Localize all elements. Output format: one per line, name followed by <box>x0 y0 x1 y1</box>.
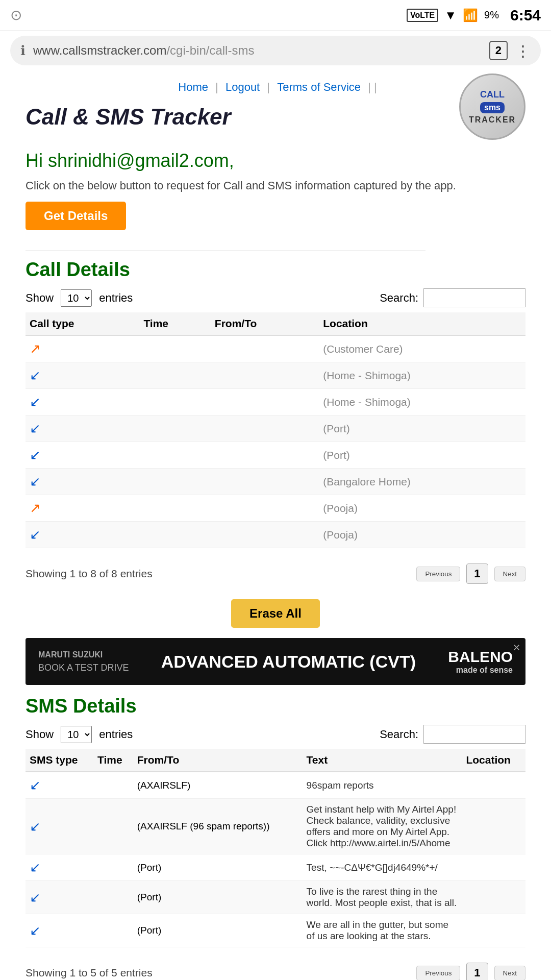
sms-type-cell: ↙ <box>26 854 93 881</box>
sms-location-cell <box>462 914 525 947</box>
terms-link[interactable]: Terms of Service <box>277 81 361 93</box>
call-type-cell: ↙ <box>26 415 139 442</box>
call-fromto-cell <box>211 389 319 415</box>
call-location-cell: (Bangalore Home) <box>319 469 525 495</box>
sms-in-icon: ↙ <box>30 860 41 875</box>
sms-search-input[interactable] <box>423 725 525 744</box>
call-time-cell <box>139 389 210 415</box>
signal-icon: ⊙ <box>10 7 22 23</box>
sms-time-cell <box>93 799 133 854</box>
app-logo: CALL sms TRACKER <box>459 74 525 140</box>
table-row: ↗ (Pooja) <box>26 495 525 522</box>
call-prev-button[interactable]: Previous <box>416 567 460 581</box>
get-details-button[interactable]: Get Details <box>26 202 126 230</box>
sms-col-type: SMS type <box>26 749 93 772</box>
table-row: ↙ (Port) To live is the rarest thing in … <box>26 881 525 914</box>
call-col-location: Location <box>319 312 525 335</box>
call-time-cell <box>139 442 210 469</box>
call-type-cell: ↙ <box>26 469 139 495</box>
sms-next-button[interactable]: Next <box>494 966 525 981</box>
call-fromto-cell <box>211 522 319 548</box>
sms-text-cell: Test, ~~-CΔΨ€*G[]dj4649%*+/ <box>303 854 462 881</box>
sms-search-box[interactable]: Search: <box>380 725 525 744</box>
ad-banner: MARUTI SUZUKI BOOK A TEST DRIVE ADVANCED… <box>26 638 525 685</box>
browser-menu-icon[interactable]: ⋮ <box>515 42 531 60</box>
sms-time-cell <box>93 881 133 914</box>
call-show-entries[interactable]: Show 10 25 50 entries <box>26 289 133 307</box>
call-search-input[interactable] <box>423 288 525 307</box>
sms-type-cell: ↙ <box>26 799 93 854</box>
call-fromto-cell <box>211 415 319 442</box>
call-location-cell: (Home - Shimoga) <box>319 362 525 389</box>
clock: 6:54 <box>510 7 541 24</box>
sms-table-controls: Show 10 25 50 entries Search: <box>26 725 525 744</box>
logout-link[interactable]: Logout <box>226 81 260 93</box>
call-next-button[interactable]: Next <box>494 567 525 581</box>
call-time-cell <box>139 495 210 522</box>
call-location-cell: (Port) <box>319 442 525 469</box>
table-row: ↙ (Pooja) <box>26 522 525 548</box>
call-in-icon: ↙ <box>30 527 41 542</box>
table-row: ↙ (Port) <box>26 415 525 442</box>
call-search-box[interactable]: Search: <box>380 288 525 307</box>
table-row: ↙ (AXAIRSLF) 96spam reports <box>26 772 525 799</box>
info-icon: ℹ <box>20 43 26 59</box>
sms-page-number[interactable]: 1 <box>466 963 488 980</box>
volte-indicator: VoLTE <box>407 9 438 22</box>
sms-fromto-cell: (Port) <box>133 881 303 914</box>
page-content: Home | Logout | Terms of Service | | Cal… <box>0 70 551 980</box>
call-col-type: Call type <box>26 312 139 335</box>
app-title: Call & SMS Tracker <box>26 104 231 130</box>
logo-tracker-text: TRACKER <box>469 115 516 125</box>
call-type-cell: ↗ <box>26 335 139 362</box>
sms-text-cell: We are all in the gutter, but some of us… <box>303 914 462 947</box>
sms-text-cell: 96spam reports <box>303 772 462 799</box>
call-fromto-cell <box>211 495 319 522</box>
call-location-cell: (Pooja) <box>319 522 525 548</box>
call-fromto-cell <box>211 335 319 362</box>
call-page-number[interactable]: 1 <box>466 564 488 584</box>
call-table-controls: Show 10 25 50 entries Search: <box>26 288 525 307</box>
table-row: ↗ (Customer Care) <box>26 335 525 362</box>
sms-show-label: Show <box>26 728 54 741</box>
address-bar[interactable]: ℹ www.callsmstracker.com/cgi-bin/call-sm… <box>10 36 541 65</box>
sms-entries-select[interactable]: 10 25 50 <box>61 726 92 743</box>
sms-text-cell: To live is the rarest thing in the world… <box>303 881 462 914</box>
sms-search-label: Search: <box>380 728 418 741</box>
ad-book[interactable]: BOOK A TEST DRIVE <box>38 663 129 673</box>
call-pagination[interactable]: Previous 1 Next <box>416 564 525 584</box>
sms-in-icon: ↙ <box>30 923 41 938</box>
call-in-icon: ↙ <box>30 394 41 409</box>
call-location-cell: (Customer Care) <box>319 335 525 362</box>
description-text: Click on the below button to request for… <box>26 179 525 192</box>
erase-all-button[interactable]: Erase All <box>231 599 320 628</box>
sms-pagination[interactable]: Previous 1 Next <box>416 963 525 980</box>
logo-call-text: CALL <box>480 89 505 100</box>
logo-area: CALL sms TRACKER <box>459 74 525 140</box>
sms-prev-button[interactable]: Previous <box>416 966 460 981</box>
tab-count-badge[interactable]: 2 <box>489 41 508 60</box>
call-type-cell: ↙ <box>26 362 139 389</box>
call-type-cell: ↙ <box>26 522 139 548</box>
call-time-cell <box>139 415 210 442</box>
sms-location-cell <box>462 799 525 854</box>
battery-indicator: 9% <box>484 9 499 21</box>
sms-location-cell <box>462 881 525 914</box>
table-row: ↙ (Home - Shimoga) <box>26 389 525 415</box>
call-entries-label: entries <box>99 291 133 304</box>
sms-type-cell: ↙ <box>26 914 93 947</box>
call-out-icon: ↗ <box>30 341 41 356</box>
call-entries-select[interactable]: 10 25 50 <box>61 289 92 307</box>
close-ad-icon[interactable]: ✕ <box>513 642 520 653</box>
sms-show-entries[interactable]: Show 10 25 50 entries <box>26 726 133 743</box>
table-row: ↙ (Port) Test, ~~-CΔΨ€*G[]dj4649%*+/ <box>26 854 525 881</box>
call-type-cell: ↙ <box>26 389 139 415</box>
status-bar: ⊙ VoLTE ▼ 📶 9% 6:54 <box>0 0 551 31</box>
home-link[interactable]: Home <box>178 81 208 93</box>
table-row: ↙ (Home - Shimoga) <box>26 362 525 389</box>
call-fromto-cell <box>211 469 319 495</box>
sms-details-title: SMS Details <box>26 695 525 717</box>
sms-in-icon: ↙ <box>30 890 41 905</box>
call-in-icon: ↙ <box>30 368 41 383</box>
call-search-label: Search: <box>380 291 418 305</box>
